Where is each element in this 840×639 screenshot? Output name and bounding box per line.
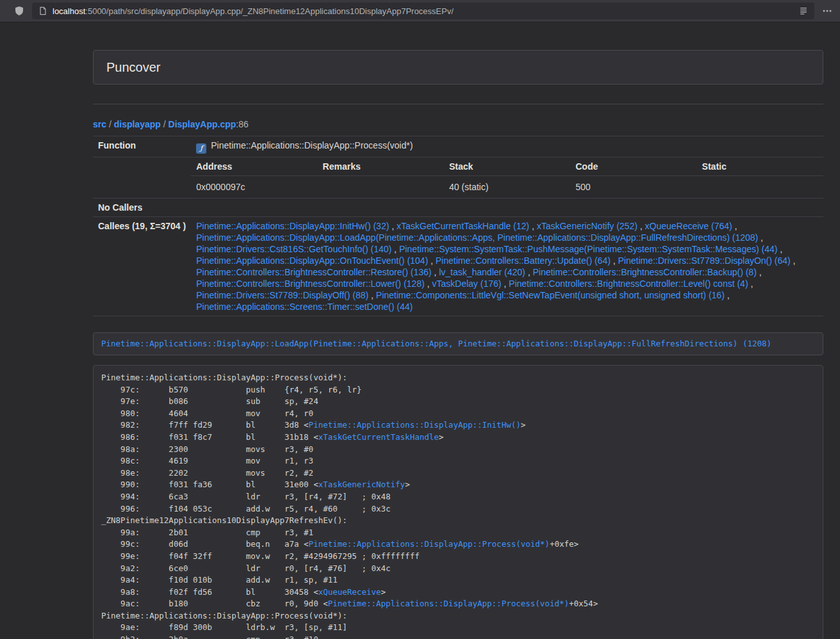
callee-link[interactable]: Pinetime::Applications::Screens::Timer::…	[196, 302, 413, 312]
code-symbol-link[interactable]: Pinetime::Applications::DisplayApp::Proc…	[309, 539, 550, 549]
symbol-detail-row: Address Remarks Stack Code Static 0x0000…	[93, 158, 823, 198]
breadcrumb-link[interactable]: src	[93, 119, 106, 129]
tracking-protection-shield-icon[interactable]	[14, 6, 24, 16]
browser-toolbar: localhost:5000/path/src/displayapp/Displ…	[0, 0, 840, 22]
callee-link[interactable]: Pinetime::Drivers::Cst816S::GetTouchInfo…	[196, 244, 391, 254]
code-symbol-link[interactable]: xQueueReceive	[318, 587, 381, 597]
selected-callee-link[interactable]: Pinetime::Applications::DisplayApp::Load…	[101, 339, 771, 348]
code-text: 990: f031 fa36 bl 31e00 <	[101, 480, 318, 489]
main-content: Puncover src / displayapp / DisplayApp.c…	[93, 50, 823, 639]
no-callers-row: No Callers	[93, 198, 823, 217]
code-text: >	[521, 420, 526, 430]
callee-link[interactable]: vTaskDelay (176)	[432, 279, 501, 289]
no-callers-label: No Callers	[93, 198, 191, 217]
breadcrumb-line-number: :86	[236, 119, 248, 129]
code-text: +0xfe>	[550, 539, 579, 549]
selected-callee-panel: Pinetime::Applications::DisplayApp::Load…	[93, 332, 823, 355]
callee-link[interactable]: Pinetime::Applications::DisplayApp::Load…	[196, 232, 758, 243]
column-header-stack: Stack	[444, 158, 570, 176]
cell-code: 500	[570, 176, 696, 198]
breadcrumb: src / displayapp / DisplayApp.cpp:86	[93, 118, 823, 131]
function-row-label: Function	[93, 136, 191, 158]
disassembly-code: Pinetime::Applications::DisplayApp::Proc…	[93, 365, 823, 639]
callees-label: Callees (19, Σ=3704 )	[93, 217, 191, 316]
detail-value-row: 0x0000097c 40 (static) 500	[191, 176, 823, 198]
code-symbol-link[interactable]: xTaskGetCurrentTaskHandle	[318, 432, 439, 442]
code-text: 98a: 2300 movs r3, #0	[101, 444, 313, 454]
code-text: 97e: b086 sub sp, #24	[101, 396, 318, 406]
code-text: 9a2: 6ce0 ldr r0, [r4, #76] ; 0x4c	[101, 563, 391, 573]
code-text: +0x54>	[569, 599, 598, 608]
url-path: :5000/path/src/displayapp/DisplayApp.cpp…	[85, 6, 454, 16]
breadcrumb-link[interactable]: DisplayApp.cpp	[169, 119, 236, 129]
callee-link[interactable]: Pinetime::Applications::DisplayApp::Init…	[196, 221, 389, 231]
cell-static	[697, 176, 823, 198]
code-text: 9a4: f10d 010b add.w r1, sp, #11	[101, 575, 338, 585]
code-text: 9a8: f02f fd56 bl 30458 <	[101, 587, 318, 597]
callee-link[interactable]: Pinetime::Controllers::Battery::Update()…	[436, 255, 611, 266]
url-text: localhost:5000/path/src/displayapp/Displ…	[53, 6, 454, 16]
callee-link[interactable]: Pinetime::Controllers::BrightnessControl…	[509, 279, 748, 289]
callee-link[interactable]: Pinetime::Components::LittleVgl::SetNewT…	[376, 290, 725, 300]
code-symbol-link[interactable]: Pinetime::Applications::DisplayApp::Proc…	[328, 599, 569, 608]
column-header-code: Code	[570, 158, 696, 176]
code-text: 994: 6ca3 ldr r3, [r4, #72] ; 0x48	[101, 492, 391, 501]
callee-link[interactable]: xQueueReceive (764)	[645, 221, 732, 231]
code-text: 99a: 2b01 cmp r3, #1	[101, 528, 313, 537]
reader-view-icon[interactable]	[799, 6, 808, 15]
cell-address: 0x0000097c	[191, 176, 317, 198]
callee-link[interactable]: lv_task_handler (420)	[439, 267, 525, 277]
code-text: 980: 4604 mov r4, r0	[101, 408, 313, 418]
code-text: 97c: b570 push {r4, r5, r6, lr}	[101, 385, 361, 394]
column-header-remarks: Remarks	[318, 158, 444, 176]
column-header-address: Address	[191, 158, 317, 176]
code-text: >	[405, 480, 410, 489]
code-text: >	[439, 432, 444, 442]
callees-row: Callees (19, Σ=3704 ) Pinetime::Applicat…	[93, 217, 823, 316]
callees-cell: Pinetime::Applications::DisplayApp::Init…	[191, 217, 823, 316]
callee-link[interactable]: Pinetime::Controllers::BrightnessControl…	[532, 267, 756, 277]
code-text: 98c: 4619 mov r1, r3	[101, 456, 313, 465]
callee-link[interactable]: Pinetime::Controllers::BrightnessControl…	[196, 279, 424, 289]
callee-link[interactable]: Pinetime::Drivers::St7789::DisplayOn() (…	[618, 255, 791, 266]
callee-link[interactable]: Pinetime::Drivers::St7789::DisplayOff() …	[196, 290, 368, 300]
callee-link[interactable]: xTaskGenericNotify (252)	[537, 221, 638, 231]
callee-link[interactable]: Pinetime::Applications::DisplayApp::OnTo…	[196, 255, 428, 266]
app-header-panel: Puncover	[93, 50, 823, 85]
symbol-detail-table: Address Remarks Stack Code Static 0x0000…	[191, 158, 823, 198]
code-text: _ZN8Pinetime12Applications10DisplayApp7R…	[101, 515, 347, 525]
page-icon	[38, 6, 47, 15]
url-bar[interactable]: localhost:5000/path/src/displayapp/Displ…	[32, 3, 814, 19]
code-text: 986: f031 f8c7 bl 31b18 <	[101, 432, 318, 442]
code-text: 982: f7ff fd29 bl 3d8 <	[101, 420, 309, 430]
column-header-static: Static	[697, 158, 823, 176]
cell-remarks	[318, 176, 444, 198]
code-text: 99c: d06d beq.n a7a <	[101, 539, 309, 549]
code-text: 996: f104 053c add.w r5, r4, #60 ; 0x3c	[101, 504, 391, 514]
code-text: Pinetime::Applications::DisplayApp::Proc…	[101, 373, 347, 382]
code-text: Pinetime::Applications::DisplayApp::Proc…	[101, 611, 347, 620]
page-actions-menu-icon[interactable]	[822, 6, 832, 16]
url-host: localhost	[53, 6, 85, 16]
callee-link[interactable]: Pinetime::Controllers::BrightnessControl…	[196, 267, 431, 277]
code-text: 9ac: b180 cbz r0, 9d0 <	[101, 599, 328, 608]
function-row: Function ƒPinetime::Applications::Displa…	[93, 136, 823, 158]
code-text: 9b2: 2b0a cmp r3, #10	[101, 635, 318, 639]
cell-stack: 40 (static)	[444, 176, 570, 198]
code-text: 99e: f04f 32ff mov.w r2, #4294967295 ; 0…	[101, 551, 420, 561]
function-icon: ƒ	[196, 143, 206, 154]
symbol-table: Function ƒPinetime::Applications::Displa…	[93, 136, 823, 316]
code-symbol-link[interactable]: Pinetime::Applications::DisplayApp::Init…	[309, 420, 521, 430]
divider	[93, 104, 823, 104]
detail-header-row: Address Remarks Stack Code Static	[191, 158, 823, 176]
code-text: >	[381, 587, 386, 597]
code-symbol-link[interactable]: xTaskGenericNotify	[318, 480, 405, 489]
callee-link[interactable]: Pinetime::System::SystemTask::PushMessag…	[399, 244, 778, 254]
breadcrumb-link[interactable]: displayapp	[114, 119, 161, 129]
code-text: 98e: 2202 movs r2, #2	[101, 468, 313, 478]
code-text: 9ae: f89d 300b ldrb.w r3, [sp, #11]	[101, 622, 347, 632]
app-title: Puncover	[106, 60, 810, 75]
function-name: Pinetime::Applications::DisplayApp::Proc…	[211, 140, 413, 150]
callee-link[interactable]: xTaskGetCurrentTaskHandle (12)	[397, 221, 529, 231]
